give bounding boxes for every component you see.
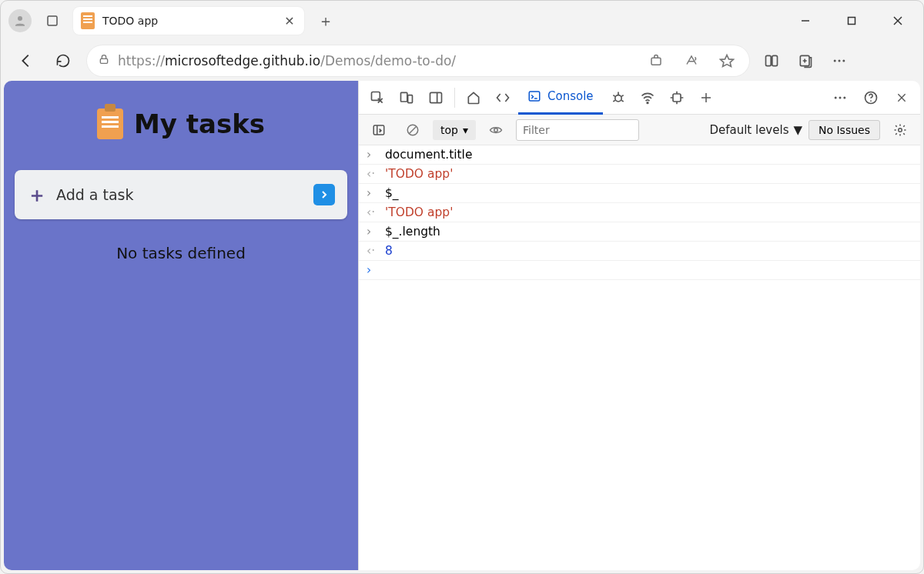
more-menu-icon[interactable] bbox=[828, 49, 851, 72]
sources-bug-icon[interactable] bbox=[604, 84, 632, 112]
window-minimize-icon[interactable] bbox=[788, 8, 823, 33]
chevron-down-icon: ▾ bbox=[463, 124, 468, 136]
svg-line-28 bbox=[613, 100, 615, 102]
console-tab[interactable]: Console bbox=[518, 81, 603, 115]
clear-console-icon[interactable] bbox=[399, 116, 427, 144]
svg-point-50 bbox=[899, 128, 902, 132]
add-task-label: Add a task bbox=[56, 186, 304, 203]
shopping-icon[interactable] bbox=[644, 49, 668, 72]
favorite-star-icon[interactable] bbox=[715, 49, 738, 72]
back-button[interactable] bbox=[13, 48, 39, 74]
read-aloud-icon[interactable] bbox=[680, 49, 703, 72]
context-selector[interactable]: top ▾ bbox=[433, 120, 476, 140]
svg-rect-6 bbox=[100, 58, 107, 63]
svg-rect-18 bbox=[401, 92, 407, 102]
browser-titlebar: TODO app ✕ ＋ bbox=[1, 1, 923, 41]
content-area: My tasks ＋ Add a task No tasks defined C… bbox=[4, 81, 920, 570]
svg-point-42 bbox=[870, 100, 872, 102]
svg-rect-9 bbox=[766, 55, 772, 65]
svg-rect-45 bbox=[373, 125, 384, 135]
svg-line-29 bbox=[621, 100, 624, 102]
toggle-sidebar-icon[interactable] bbox=[365, 116, 393, 144]
svg-point-15 bbox=[839, 60, 841, 62]
device-emulation-icon[interactable] bbox=[393, 84, 420, 112]
context-value: top bbox=[440, 124, 458, 136]
console-output-line: ‹·'TODO app' bbox=[359, 165, 920, 184]
console-input-line: ›$_.length bbox=[359, 222, 920, 242]
console-output-line: ‹·8 bbox=[359, 242, 920, 261]
console-toolbar: top ▾ Default levels ▼ No Issues bbox=[359, 115, 920, 145]
issues-button[interactable]: No Issues bbox=[808, 120, 880, 140]
svg-point-14 bbox=[834, 60, 836, 62]
svg-rect-1 bbox=[48, 16, 57, 25]
svg-point-38 bbox=[835, 96, 837, 98]
tab-title: TODO app bbox=[102, 15, 275, 27]
clipboard-icon bbox=[97, 108, 123, 139]
dock-side-icon[interactable] bbox=[422, 84, 450, 112]
svg-point-24 bbox=[614, 95, 621, 101]
console-settings-icon[interactable] bbox=[886, 116, 914, 144]
welcome-tab-icon[interactable] bbox=[460, 84, 487, 112]
refresh-button[interactable] bbox=[50, 48, 76, 74]
svg-point-0 bbox=[18, 16, 22, 21]
svg-point-30 bbox=[647, 102, 648, 103]
console-tab-label: Console bbox=[547, 89, 594, 103]
network-tab-icon[interactable] bbox=[634, 84, 661, 112]
submit-task-icon[interactable] bbox=[313, 184, 335, 205]
page-heading: My tasks bbox=[97, 108, 265, 139]
window-maximize-icon[interactable] bbox=[834, 8, 869, 33]
console-prompt[interactable]: › bbox=[359, 261, 920, 280]
log-levels-label: Default levels bbox=[709, 123, 788, 137]
todo-app-page: My tasks ＋ Add a task No tasks defined bbox=[4, 81, 358, 570]
live-expression-icon[interactable] bbox=[482, 116, 510, 144]
svg-point-16 bbox=[842, 60, 845, 62]
svg-point-39 bbox=[839, 96, 842, 98]
collections-icon[interactable] bbox=[794, 49, 817, 72]
svg-rect-31 bbox=[673, 94, 681, 102]
console-input-line: ›$_ bbox=[359, 184, 920, 203]
chevron-down-icon: ▼ bbox=[793, 123, 802, 137]
add-tab-icon[interactable] bbox=[692, 84, 720, 112]
svg-rect-7 bbox=[651, 58, 661, 65]
split-screen-icon[interactable] bbox=[760, 49, 783, 72]
devtools-panel: Console top ▾ Default levels bbox=[358, 81, 920, 570]
devtools-close-icon[interactable] bbox=[888, 84, 916, 112]
svg-point-40 bbox=[843, 96, 845, 98]
log-levels-dropdown[interactable]: Default levels ▼ bbox=[709, 123, 802, 137]
address-bar: https://microsoftedge.github.io/Demos/de… bbox=[1, 41, 923, 81]
svg-marker-8 bbox=[721, 55, 734, 67]
tab-actions-icon[interactable] bbox=[42, 11, 62, 31]
devtools-more-icon[interactable] bbox=[826, 84, 854, 112]
console-output-line: ‹·'TODO app' bbox=[359, 203, 920, 222]
svg-rect-10 bbox=[772, 55, 778, 65]
url-text: https://microsoftedge.github.io/Demos/de… bbox=[118, 53, 456, 68]
svg-point-49 bbox=[494, 128, 498, 132]
svg-rect-3 bbox=[849, 18, 855, 25]
inspect-element-icon[interactable] bbox=[363, 84, 391, 112]
console-output[interactable]: ›document.title‹·'TODO app'›$_‹·'TODO ap… bbox=[359, 145, 920, 570]
no-tasks-message: No tasks defined bbox=[116, 244, 246, 262]
close-tab-icon[interactable]: ✕ bbox=[283, 14, 296, 28]
elements-tab-icon[interactable] bbox=[489, 84, 517, 112]
tab-favicon-clipboard-icon bbox=[81, 12, 95, 29]
svg-rect-20 bbox=[430, 92, 442, 102]
svg-line-26 bbox=[613, 95, 615, 96]
console-input-line: ›document.title bbox=[359, 145, 920, 165]
new-tab-button[interactable]: ＋ bbox=[315, 10, 336, 32]
console-filter-input[interactable] bbox=[516, 119, 639, 141]
svg-rect-22 bbox=[529, 92, 540, 101]
plus-icon: ＋ bbox=[27, 182, 47, 209]
svg-rect-19 bbox=[408, 95, 413, 102]
url-field[interactable]: https://microsoftedge.github.io/Demos/de… bbox=[87, 45, 749, 76]
window-close-icon[interactable] bbox=[880, 8, 916, 33]
site-lock-icon[interactable] bbox=[98, 52, 110, 69]
svg-line-48 bbox=[410, 126, 417, 133]
performance-tab-icon[interactable] bbox=[663, 84, 691, 112]
devtools-tabbar: Console bbox=[359, 81, 920, 115]
profile-avatar[interactable] bbox=[8, 9, 32, 32]
browser-tab[interactable]: TODO app ✕ bbox=[73, 7, 304, 35]
devtools-help-icon[interactable] bbox=[857, 84, 885, 112]
add-task-row[interactable]: ＋ Add a task bbox=[15, 170, 347, 219]
svg-line-27 bbox=[621, 95, 624, 96]
